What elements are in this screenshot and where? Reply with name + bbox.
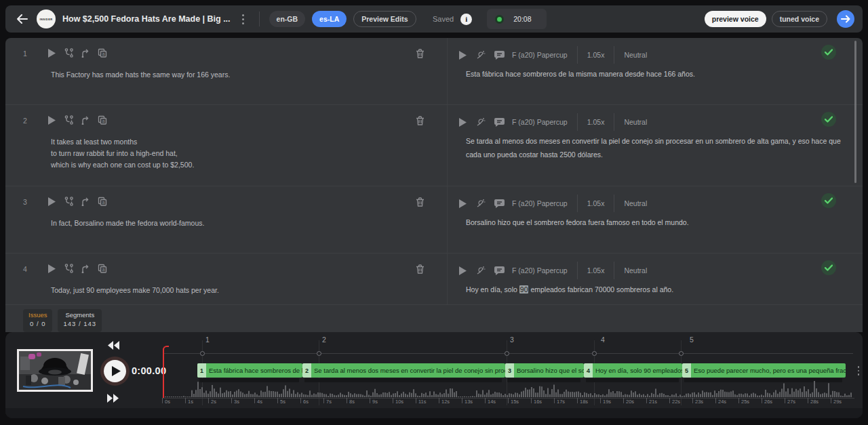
voice-selector[interactable]: F (a20) Papercup	[512, 118, 568, 126]
translation-column: F (a20) Papercup 1.05x Neutral Esta fábr…	[447, 38, 863, 104]
translation-text[interactable]: Se tarda al menos dos meses en convertir…	[466, 135, 846, 162]
preview-voice-button[interactable]: preview voice	[705, 11, 766, 27]
delete-segment-icon[interactable]	[414, 264, 425, 275]
tone-selector[interactable]: Neutral	[624, 199, 647, 207]
merge-segment-icon[interactable]	[80, 115, 91, 125]
copy-text-icon[interactable]: a	[97, 263, 108, 274]
delete-segment-icon[interactable]	[414, 197, 425, 207]
play-translation-icon[interactable]	[457, 117, 468, 127]
regenerate-voice-icon[interactable]	[475, 49, 486, 60]
tone-selector[interactable]: Neutral	[624, 266, 647, 275]
voice-selector[interactable]: F (a20) Papercup	[512, 51, 568, 59]
source-text[interactable]: Today, just 90 employees make 70,000 hat…	[51, 285, 403, 296]
copy-text-icon[interactable]: a	[97, 47, 108, 58]
tuned-voice-button[interactable]: tuned voice	[772, 11, 827, 27]
play-button[interactable]	[104, 360, 126, 382]
play-translation-icon[interactable]	[457, 198, 468, 209]
split-segment-icon[interactable]	[63, 47, 74, 58]
ruler-tick-label: 21s	[649, 399, 657, 405]
speed-selector[interactable]: 1.05x	[587, 199, 605, 207]
copy-text-icon[interactable]: a	[97, 115, 108, 125]
timeline-menu-icon[interactable]	[854, 365, 863, 377]
source-text[interactable]: This Factory has made hats the same way …	[51, 69, 403, 81]
segment-boundary-handle[interactable]	[592, 351, 597, 356]
play-translation-icon[interactable]	[457, 265, 468, 276]
ruler-tick-label: 13s	[465, 399, 473, 405]
approved-check-icon[interactable]	[821, 260, 836, 275]
voice-selector[interactable]: F (a20) Papercup	[512, 266, 568, 275]
rewind-button[interactable]	[106, 340, 120, 353]
timeline-segment-block[interactable]: 3Borsalino hizo que el somb	[505, 363, 584, 378]
issues-counter[interactable]: Issues 0 / 0	[23, 309, 52, 332]
marker-number: 4	[601, 336, 605, 344]
next-arrow-button[interactable]	[837, 10, 854, 28]
approved-check-icon[interactable]	[821, 45, 836, 60]
translation-text[interactable]: Borsalino hizo que el sombrero fedora fu…	[466, 216, 846, 230]
marker-number: 5	[690, 336, 694, 344]
speech-bubble-icon[interactable]	[494, 117, 505, 127]
segment-boundary-handle[interactable]	[505, 351, 509, 356]
timeline-segment-block[interactable]: 5Eso puede parecer mucho, pero es una pe…	[682, 363, 846, 378]
play-segment-icon[interactable]	[46, 196, 57, 207]
ruler-tick	[600, 398, 601, 403]
speed-selector[interactable]: 1.05x	[587, 51, 605, 59]
play-translation-icon[interactable]	[457, 49, 468, 60]
segment-boundary-handle[interactable]	[200, 351, 205, 356]
play-segment-icon[interactable]	[46, 263, 57, 274]
segment-number: 2	[23, 117, 27, 125]
merge-segment-icon[interactable]	[80, 263, 91, 274]
split-segment-icon[interactable]	[63, 196, 74, 207]
split-segment-icon[interactable]	[63, 263, 74, 274]
speech-bubble-icon[interactable]	[494, 198, 505, 209]
info-icon[interactable]: i	[460, 14, 472, 25]
timeline-segment-block[interactable]: 4Hoy en día, solo 90 empleados fa	[584, 363, 682, 378]
svg-text:a: a	[102, 119, 105, 123]
approved-check-icon[interactable]	[821, 193, 836, 208]
tone-selector[interactable]: Neutral	[624, 118, 647, 126]
svg-text:a: a	[102, 52, 105, 56]
translation-text[interactable]: Hoy en día, solo 90 empleados fabrican 7…	[466, 283, 846, 297]
title-menu-icon[interactable]	[237, 11, 250, 27]
play-segment-icon[interactable]	[46, 115, 57, 125]
speed-selector[interactable]: 1.05x	[587, 266, 605, 275]
split-segment-icon[interactable]	[63, 115, 74, 125]
translation-text[interactable]: Esta fábrica hace sombreros de la misma …	[466, 68, 846, 81]
segment-number: 3	[23, 198, 27, 206]
segment-boundary-handle[interactable]	[317, 351, 321, 356]
copy-text-icon[interactable]: a	[97, 196, 108, 207]
target-language-pill[interactable]: es-LA	[312, 11, 347, 27]
approved-check-icon[interactable]	[821, 112, 836, 127]
timeline-segment-block[interactable]: 2Se tarda al menos dos meses en converti…	[302, 363, 505, 378]
delete-segment-icon[interactable]	[414, 48, 425, 59]
delete-segment-icon[interactable]	[414, 115, 425, 126]
fast-forward-button[interactable]	[106, 393, 120, 406]
segments-counter[interactable]: Segments 143 / 143	[58, 309, 102, 332]
ruler-tick-label: 25s	[741, 399, 749, 405]
divider	[614, 262, 614, 279]
segment-boundary-handle[interactable]	[679, 351, 684, 356]
speech-bubble-icon[interactable]	[494, 265, 505, 276]
voice-selector[interactable]: F (a20) Papercup	[512, 199, 568, 207]
source-text[interactable]: In fact, Borsalino made the fedora world…	[51, 218, 403, 229]
saved-status: Saved	[433, 15, 454, 23]
regenerate-voice-icon[interactable]	[475, 117, 486, 127]
duration-pill: 20:08	[487, 9, 547, 29]
source-language-pill[interactable]: en-GB	[269, 11, 306, 27]
tone-selector[interactable]: Neutral	[624, 51, 647, 59]
playhead[interactable]	[163, 348, 164, 398]
speech-bubble-icon[interactable]	[494, 49, 505, 60]
regenerate-voice-icon[interactable]	[475, 265, 486, 276]
ruler-tick	[370, 398, 370, 403]
preview-edits-button[interactable]: Preview Edits	[353, 11, 416, 27]
ruler-tick-label: 7s	[326, 399, 332, 405]
speed-selector[interactable]: 1.05x	[587, 118, 605, 126]
source-text[interactable]: It takes at least two months to turn raw…	[51, 136, 403, 171]
back-arrow-icon[interactable]	[14, 11, 30, 27]
vertical-scrollbar[interactable]	[854, 41, 856, 183]
merge-segment-icon[interactable]	[80, 196, 91, 207]
merge-segment-icon[interactable]	[80, 47, 91, 58]
timeline-segment-block[interactable]: 1Esta fábrica hace sombreros de la m	[197, 363, 302, 378]
play-segment-icon[interactable]	[46, 47, 57, 58]
svg-text:a: a	[102, 200, 105, 205]
regenerate-voice-icon[interactable]	[475, 198, 486, 209]
